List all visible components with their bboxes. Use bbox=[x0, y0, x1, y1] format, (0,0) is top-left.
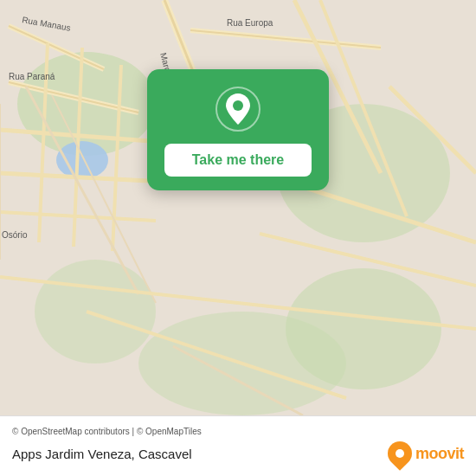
svg-point-38 bbox=[233, 100, 243, 111]
svg-point-6 bbox=[56, 141, 108, 179]
svg-text:Rua Europa: Rua Europa bbox=[227, 18, 273, 28]
svg-text:Osório: Osório bbox=[2, 230, 28, 240]
svg-point-4 bbox=[35, 260, 156, 363]
svg-text:Rua Paraná: Rua Paraná bbox=[9, 72, 55, 81]
map-background: Rua Manaus Rua Paraná Rua Europa Margina… bbox=[0, 0, 476, 415]
moovit-icon bbox=[383, 436, 417, 471]
take-me-there-button[interactable]: Take me there bbox=[164, 144, 312, 177]
app-title: Apps Jardim Veneza, Cascavel bbox=[12, 447, 192, 461]
destination-card: Take me there bbox=[147, 69, 329, 190]
bottom-info-row: Apps Jardim Veneza, Cascavel moovit bbox=[12, 441, 464, 466]
map-container: Rua Manaus Rua Paraná Rua Europa Margina… bbox=[0, 0, 476, 415]
moovit-text: moovit bbox=[415, 445, 464, 463]
location-pin-icon bbox=[215, 87, 261, 132]
map-attribution: © OpenStreetMap contributors | © OpenMap… bbox=[12, 427, 464, 436]
bottom-bar: © OpenStreetMap contributors | © OpenMap… bbox=[0, 415, 476, 476]
moovit-logo: moovit bbox=[388, 441, 464, 466]
